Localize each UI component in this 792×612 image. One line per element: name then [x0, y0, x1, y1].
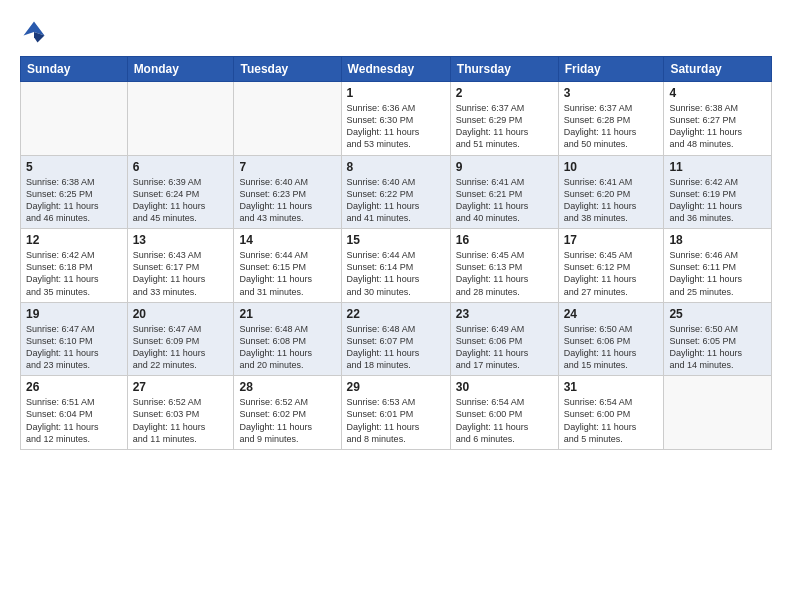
day-number: 18 [669, 233, 766, 247]
day-number: 22 [347, 307, 445, 321]
day-number: 29 [347, 380, 445, 394]
day-number: 24 [564, 307, 659, 321]
day-number: 11 [669, 160, 766, 174]
day-info: Sunrise: 6:38 AM Sunset: 6:27 PM Dayligh… [669, 102, 766, 151]
day-cell: 29Sunrise: 6:53 AM Sunset: 6:01 PM Dayli… [341, 376, 450, 450]
day-info: Sunrise: 6:38 AM Sunset: 6:25 PM Dayligh… [26, 176, 122, 225]
day-cell: 15Sunrise: 6:44 AM Sunset: 6:14 PM Dayli… [341, 229, 450, 303]
day-number: 19 [26, 307, 122, 321]
day-cell: 30Sunrise: 6:54 AM Sunset: 6:00 PM Dayli… [450, 376, 558, 450]
day-cell: 2Sunrise: 6:37 AM Sunset: 6:29 PM Daylig… [450, 82, 558, 156]
day-cell: 11Sunrise: 6:42 AM Sunset: 6:19 PM Dayli… [664, 155, 772, 229]
day-number: 5 [26, 160, 122, 174]
day-info: Sunrise: 6:36 AM Sunset: 6:30 PM Dayligh… [347, 102, 445, 151]
day-number: 17 [564, 233, 659, 247]
day-number: 6 [133, 160, 229, 174]
day-cell: 5Sunrise: 6:38 AM Sunset: 6:25 PM Daylig… [21, 155, 128, 229]
day-info: Sunrise: 6:42 AM Sunset: 6:18 PM Dayligh… [26, 249, 122, 298]
col-header-saturday: Saturday [664, 57, 772, 82]
day-cell: 14Sunrise: 6:44 AM Sunset: 6:15 PM Dayli… [234, 229, 341, 303]
day-cell: 16Sunrise: 6:45 AM Sunset: 6:13 PM Dayli… [450, 229, 558, 303]
day-info: Sunrise: 6:39 AM Sunset: 6:24 PM Dayligh… [133, 176, 229, 225]
calendar-header-row: SundayMondayTuesdayWednesdayThursdayFrid… [21, 57, 772, 82]
day-cell: 7Sunrise: 6:40 AM Sunset: 6:23 PM Daylig… [234, 155, 341, 229]
day-number: 12 [26, 233, 122, 247]
day-number: 20 [133, 307, 229, 321]
day-cell [234, 82, 341, 156]
day-cell: 3Sunrise: 6:37 AM Sunset: 6:28 PM Daylig… [558, 82, 664, 156]
day-info: Sunrise: 6:50 AM Sunset: 6:05 PM Dayligh… [669, 323, 766, 372]
week-row-1: 5Sunrise: 6:38 AM Sunset: 6:25 PM Daylig… [21, 155, 772, 229]
day-cell: 12Sunrise: 6:42 AM Sunset: 6:18 PM Dayli… [21, 229, 128, 303]
day-cell: 9Sunrise: 6:41 AM Sunset: 6:21 PM Daylig… [450, 155, 558, 229]
col-header-thursday: Thursday [450, 57, 558, 82]
day-cell: 23Sunrise: 6:49 AM Sunset: 6:06 PM Dayli… [450, 302, 558, 376]
week-row-0: 1Sunrise: 6:36 AM Sunset: 6:30 PM Daylig… [21, 82, 772, 156]
day-info: Sunrise: 6:41 AM Sunset: 6:21 PM Dayligh… [456, 176, 553, 225]
day-cell [21, 82, 128, 156]
logo [20, 18, 52, 46]
day-info: Sunrise: 6:48 AM Sunset: 6:08 PM Dayligh… [239, 323, 335, 372]
day-cell: 13Sunrise: 6:43 AM Sunset: 6:17 PM Dayli… [127, 229, 234, 303]
day-number: 14 [239, 233, 335, 247]
day-info: Sunrise: 6:50 AM Sunset: 6:06 PM Dayligh… [564, 323, 659, 372]
day-info: Sunrise: 6:54 AM Sunset: 6:00 PM Dayligh… [456, 396, 553, 445]
day-number: 4 [669, 86, 766, 100]
day-cell: 21Sunrise: 6:48 AM Sunset: 6:08 PM Dayli… [234, 302, 341, 376]
day-info: Sunrise: 6:54 AM Sunset: 6:00 PM Dayligh… [564, 396, 659, 445]
day-number: 7 [239, 160, 335, 174]
day-info: Sunrise: 6:48 AM Sunset: 6:07 PM Dayligh… [347, 323, 445, 372]
day-number: 2 [456, 86, 553, 100]
day-cell: 6Sunrise: 6:39 AM Sunset: 6:24 PM Daylig… [127, 155, 234, 229]
day-cell: 22Sunrise: 6:48 AM Sunset: 6:07 PM Dayli… [341, 302, 450, 376]
day-info: Sunrise: 6:37 AM Sunset: 6:29 PM Dayligh… [456, 102, 553, 151]
day-info: Sunrise: 6:46 AM Sunset: 6:11 PM Dayligh… [669, 249, 766, 298]
day-info: Sunrise: 6:47 AM Sunset: 6:09 PM Dayligh… [133, 323, 229, 372]
day-number: 26 [26, 380, 122, 394]
col-header-tuesday: Tuesday [234, 57, 341, 82]
day-info: Sunrise: 6:45 AM Sunset: 6:13 PM Dayligh… [456, 249, 553, 298]
day-number: 15 [347, 233, 445, 247]
day-number: 1 [347, 86, 445, 100]
day-number: 30 [456, 380, 553, 394]
day-number: 31 [564, 380, 659, 394]
day-info: Sunrise: 6:43 AM Sunset: 6:17 PM Dayligh… [133, 249, 229, 298]
day-number: 13 [133, 233, 229, 247]
day-number: 23 [456, 307, 553, 321]
day-info: Sunrise: 6:44 AM Sunset: 6:15 PM Dayligh… [239, 249, 335, 298]
day-number: 3 [564, 86, 659, 100]
day-cell: 26Sunrise: 6:51 AM Sunset: 6:04 PM Dayli… [21, 376, 128, 450]
day-info: Sunrise: 6:49 AM Sunset: 6:06 PM Dayligh… [456, 323, 553, 372]
day-info: Sunrise: 6:51 AM Sunset: 6:04 PM Dayligh… [26, 396, 122, 445]
day-cell [664, 376, 772, 450]
day-cell: 19Sunrise: 6:47 AM Sunset: 6:10 PM Dayli… [21, 302, 128, 376]
day-cell: 27Sunrise: 6:52 AM Sunset: 6:03 PM Dayli… [127, 376, 234, 450]
day-info: Sunrise: 6:42 AM Sunset: 6:19 PM Dayligh… [669, 176, 766, 225]
day-cell [127, 82, 234, 156]
day-info: Sunrise: 6:37 AM Sunset: 6:28 PM Dayligh… [564, 102, 659, 151]
day-number: 27 [133, 380, 229, 394]
week-row-4: 26Sunrise: 6:51 AM Sunset: 6:04 PM Dayli… [21, 376, 772, 450]
day-cell: 28Sunrise: 6:52 AM Sunset: 6:02 PM Dayli… [234, 376, 341, 450]
week-row-2: 12Sunrise: 6:42 AM Sunset: 6:18 PM Dayli… [21, 229, 772, 303]
col-header-friday: Friday [558, 57, 664, 82]
day-cell: 8Sunrise: 6:40 AM Sunset: 6:22 PM Daylig… [341, 155, 450, 229]
day-info: Sunrise: 6:52 AM Sunset: 6:02 PM Dayligh… [239, 396, 335, 445]
day-cell: 18Sunrise: 6:46 AM Sunset: 6:11 PM Dayli… [664, 229, 772, 303]
day-info: Sunrise: 6:44 AM Sunset: 6:14 PM Dayligh… [347, 249, 445, 298]
day-cell: 24Sunrise: 6:50 AM Sunset: 6:06 PM Dayli… [558, 302, 664, 376]
day-cell: 17Sunrise: 6:45 AM Sunset: 6:12 PM Dayli… [558, 229, 664, 303]
week-row-3: 19Sunrise: 6:47 AM Sunset: 6:10 PM Dayli… [21, 302, 772, 376]
header [20, 18, 772, 46]
day-number: 9 [456, 160, 553, 174]
col-header-sunday: Sunday [21, 57, 128, 82]
day-cell: 1Sunrise: 6:36 AM Sunset: 6:30 PM Daylig… [341, 82, 450, 156]
day-info: Sunrise: 6:53 AM Sunset: 6:01 PM Dayligh… [347, 396, 445, 445]
page: SundayMondayTuesdayWednesdayThursdayFrid… [0, 0, 792, 612]
day-number: 8 [347, 160, 445, 174]
col-header-monday: Monday [127, 57, 234, 82]
day-number: 25 [669, 307, 766, 321]
day-info: Sunrise: 6:52 AM Sunset: 6:03 PM Dayligh… [133, 396, 229, 445]
day-info: Sunrise: 6:40 AM Sunset: 6:22 PM Dayligh… [347, 176, 445, 225]
col-header-wednesday: Wednesday [341, 57, 450, 82]
